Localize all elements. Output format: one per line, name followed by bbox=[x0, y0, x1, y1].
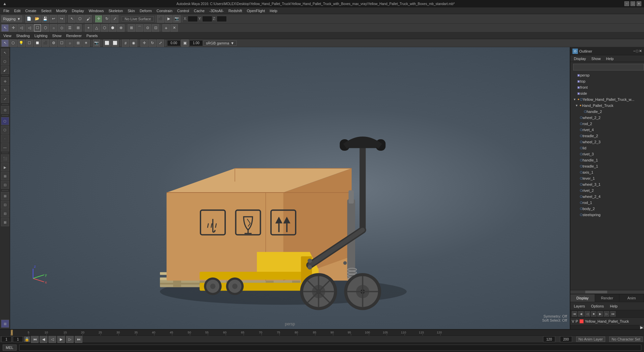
tree-item-handle2[interactable]: ⬡ handle_2 bbox=[570, 109, 644, 115]
next-frame-button[interactable]: ▷ bbox=[604, 311, 609, 317]
no-character-set-badge[interactable]: No Character Set bbox=[609, 336, 643, 342]
tree-item-treadle2[interactable]: ⬡ treadle_2 bbox=[570, 133, 644, 139]
rotate-tool-left[interactable]: ↻ bbox=[1, 86, 9, 94]
select-arrow-button[interactable]: ↖ bbox=[1, 24, 9, 32]
mel-button[interactable]: MEL bbox=[3, 345, 17, 351]
range-end-input[interactable] bbox=[543, 336, 555, 342]
tab-anim[interactable]: Anim bbox=[619, 294, 644, 302]
tool-btn-4[interactable]: ◇ bbox=[58, 24, 65, 32]
snap-curve-button[interactable]: ⌒ bbox=[136, 24, 143, 32]
undo-button[interactable]: ↩ bbox=[50, 15, 57, 23]
back-button[interactable]: ◁ bbox=[26, 24, 33, 32]
paint-tool-left[interactable]: 🖌 bbox=[1, 66, 9, 74]
vertex-button[interactable]: · bbox=[1, 135, 9, 143]
layers-button[interactable]: Layers bbox=[572, 303, 587, 309]
mel-command-input[interactable] bbox=[19, 345, 641, 351]
viewport-value1-input[interactable] bbox=[167, 40, 181, 46]
misc-btn2-left[interactable]: ⊡ bbox=[1, 201, 9, 209]
rotate-button-2[interactable]: ◁ bbox=[18, 24, 25, 32]
edge-button[interactable]: — bbox=[1, 143, 9, 151]
tree-item-wheel24[interactable]: ⬡ wheel_2_4 bbox=[570, 194, 644, 200]
vp-hud-button[interactable]: ◉ bbox=[130, 39, 137, 47]
plus-button[interactable]: + bbox=[162, 24, 170, 32]
vp-resolution-button[interactable]: ⬜ bbox=[103, 39, 111, 47]
menu-help[interactable]: Help bbox=[268, 8, 279, 13]
lasso-tool-button[interactable]: ⬡ bbox=[76, 15, 84, 23]
play-forward-tl-button[interactable]: ▶ bbox=[57, 335, 65, 343]
scale-tool-button[interactable]: ⤢ bbox=[111, 15, 118, 23]
workspace-icon[interactable]: ⊞ bbox=[1, 320, 9, 328]
tree-item-front[interactable]: ▣ front bbox=[570, 84, 644, 90]
misc-btn4-left[interactable]: ⊠ bbox=[1, 218, 9, 226]
close-button[interactable]: ✕ bbox=[637, 1, 641, 6]
outliner-close-button[interactable]: ✕ bbox=[639, 49, 642, 53]
tool-btn-5[interactable]: ☰ bbox=[66, 24, 74, 32]
render-button[interactable]: ▶ bbox=[165, 15, 172, 23]
save-scene-button[interactable]: 💾 bbox=[42, 15, 49, 23]
scrollbar-thumb[interactable] bbox=[585, 291, 607, 293]
tab-display[interactable]: Display bbox=[570, 294, 595, 302]
tree-item-treadle1[interactable]: ⬡ treadle_1 bbox=[570, 163, 644, 169]
open-scene-button[interactable]: 📂 bbox=[33, 15, 41, 23]
layers-help-button[interactable]: Help bbox=[608, 303, 620, 309]
panel-shading-menu[interactable]: Shading bbox=[14, 33, 32, 38]
lasso-tool-left[interactable]: ⬡ bbox=[1, 57, 9, 65]
vp-move-button[interactable]: ✛ bbox=[140, 39, 148, 47]
snap-grid-button[interactable]: ⊞ bbox=[128, 24, 135, 32]
tool-btn-9[interactable]: ⬡ bbox=[101, 24, 108, 32]
tree-item-rivet2[interactable]: ⬡ rivet_2 bbox=[570, 187, 644, 194]
render4-btn-left[interactable]: ⊡ bbox=[1, 181, 9, 189]
tool-btn-1[interactable]: ☐ bbox=[34, 24, 41, 32]
goto-start-button[interactable]: ⏮ bbox=[31, 335, 38, 343]
tool-btn-10[interactable]: ⬢ bbox=[109, 24, 116, 32]
tree-item-yellow-group[interactable]: ▼ ✦ ⬡ Yellow_Hand_Pallet_Truck_w... bbox=[570, 96, 644, 102]
menu-create[interactable]: Create bbox=[23, 8, 38, 13]
menu-control[interactable]: Control bbox=[175, 8, 191, 13]
vp-btn2[interactable]: 💡 bbox=[18, 39, 25, 47]
show-manip-button[interactable]: ⊙ bbox=[1, 106, 9, 114]
tree-item-rod1[interactable]: ⬡ rod_1 bbox=[570, 200, 644, 206]
vp-btn1[interactable]: ⬡ bbox=[9, 39, 17, 47]
misc-btn1-left[interactable]: ⊞ bbox=[1, 192, 9, 200]
playback-end-input[interactable] bbox=[560, 336, 572, 342]
color-mode-badge[interactable]: sRGB gamma ▼ bbox=[204, 40, 237, 46]
outliner-vscrollbar-bottom[interactable]: ▶ bbox=[570, 325, 644, 329]
next-frame-tl-button[interactable]: ▷ bbox=[66, 335, 74, 343]
panel-show-menu[interactable]: Show bbox=[50, 33, 64, 38]
select-tool-left[interactable]: ↖ bbox=[1, 49, 9, 57]
play-back-tl-button[interactable]: ◁ bbox=[49, 335, 56, 343]
outliner-display-menu[interactable]: Display bbox=[572, 56, 588, 61]
tree-item-rivet3[interactable]: ⬡ rivet_3 bbox=[570, 151, 644, 157]
x-coord-input[interactable] bbox=[188, 16, 198, 22]
vp-select-button[interactable]: ↖ bbox=[1, 39, 9, 47]
outliner-tree[interactable]: ▣ persp ▣ top ▣ front ▣ bbox=[570, 72, 644, 290]
stop-button[interactable]: ■ bbox=[591, 311, 596, 317]
outliner-show-menu[interactable]: Show bbox=[589, 56, 603, 61]
tree-item-rivet4[interactable]: ⬡ rivet_4 bbox=[570, 127, 644, 133]
play-back-button[interactable]: ◁ bbox=[585, 311, 590, 317]
menu-3dtoall[interactable]: -3DtoAll- bbox=[207, 8, 226, 13]
tab-render[interactable]: Render bbox=[595, 294, 620, 302]
prev-frame-button[interactable]: ◀ bbox=[578, 311, 584, 317]
menu-constrain[interactable]: Constrain bbox=[155, 8, 175, 13]
menu-windows[interactable]: Windows bbox=[87, 8, 106, 13]
panel-lighting-menu[interactable]: Lighting bbox=[32, 33, 50, 38]
panel-renderer-menu[interactable]: Renderer bbox=[64, 33, 84, 38]
tree-item-handle1[interactable]: ⬡ handle_1 bbox=[570, 157, 644, 163]
vp-btn4[interactable]: 🔲 bbox=[34, 39, 41, 47]
scale-tool-left[interactable]: ⤢ bbox=[1, 95, 9, 103]
viewport-value2-input[interactable] bbox=[189, 40, 203, 46]
tree-item-lid[interactable]: ⬡ lid bbox=[570, 145, 644, 151]
play-forward-button[interactable]: ▶ bbox=[597, 311, 603, 317]
rigging-dropdown[interactable]: Rigging ▼ bbox=[1, 16, 22, 22]
tree-item-steelspring[interactable]: ⬡ steelspring bbox=[570, 212, 644, 218]
prev-key-button[interactable]: ⏮ bbox=[572, 311, 577, 317]
redo-button[interactable]: ↪ bbox=[58, 15, 65, 23]
viewport-3d[interactable]: x y z persp Symmetry: Off Soft Select: O… bbox=[10, 47, 570, 329]
goto-end-tl-button[interactable]: ⏭ bbox=[75, 335, 82, 343]
menu-edit[interactable]: Edit bbox=[12, 8, 23, 13]
p-label[interactable]: P bbox=[575, 319, 578, 323]
render-settings-button[interactable]: ⬛ bbox=[157, 15, 164, 23]
menu-openflight[interactable]: OpenFlight bbox=[245, 8, 267, 13]
menu-select[interactable]: Select bbox=[39, 8, 54, 13]
